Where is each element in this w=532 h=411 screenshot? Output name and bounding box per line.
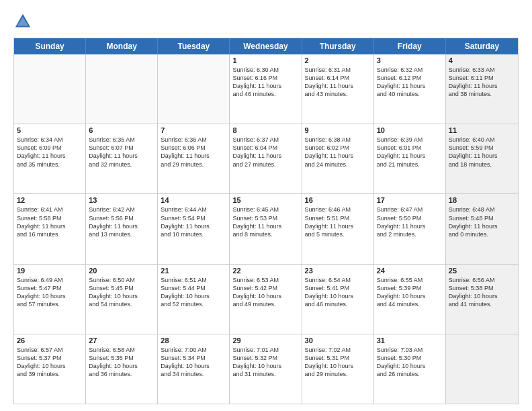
cell-info: Sunrise: 7:01 AMSunset: 5:32 PMDaylight:…	[232, 346, 298, 379]
day-number: 4	[449, 56, 515, 64]
day-number: 26	[17, 336, 83, 345]
header-day-wednesday: Wednesday	[230, 38, 302, 54]
header-day-saturday: Saturday	[446, 38, 518, 54]
day-number: 30	[305, 336, 371, 345]
day-number: 28	[161, 336, 226, 345]
cell-info: Sunrise: 6:33 AMSunset: 6:11 PMDaylight:…	[449, 66, 515, 99]
day-number: 6	[89, 126, 154, 134]
calendar-body: 1Sunrise: 6:30 AMSunset: 6:16 PMDaylight…	[14, 54, 518, 404]
day-number: 12	[17, 196, 83, 204]
calendar-cell: 19Sunrise: 6:49 AMSunset: 5:47 PMDayligh…	[14, 265, 86, 334]
cell-info: Sunrise: 6:48 AMSunset: 5:48 PMDaylight:…	[449, 205, 515, 238]
calendar-cell	[86, 54, 158, 124]
cell-info: Sunrise: 7:00 AMSunset: 5:34 PMDaylight:…	[161, 346, 226, 379]
calendar: SundayMondayTuesdayWednesdayThursdayFrid…	[13, 38, 519, 404]
cell-info: Sunrise: 6:35 AMSunset: 6:07 PMDaylight:…	[89, 136, 154, 169]
cell-info: Sunrise: 6:53 AMSunset: 5:42 PMDaylight:…	[232, 276, 298, 309]
day-number: 7	[161, 126, 226, 134]
day-number: 11	[449, 126, 515, 134]
calendar-cell	[158, 54, 230, 124]
day-number: 8	[232, 126, 298, 134]
day-number: 1	[232, 56, 298, 64]
cell-info: Sunrise: 6:49 AMSunset: 5:47 PMDaylight:…	[17, 276, 83, 309]
cell-info: Sunrise: 6:50 AMSunset: 5:45 PMDaylight:…	[89, 276, 154, 309]
calendar-cell: 11Sunrise: 6:40 AMSunset: 5:59 PMDayligh…	[446, 124, 518, 193]
day-number: 17	[377, 196, 443, 204]
cell-info: Sunrise: 6:38 AMSunset: 6:02 PMDaylight:…	[305, 136, 371, 169]
calendar-cell: 13Sunrise: 6:42 AMSunset: 5:56 PMDayligh…	[86, 194, 158, 263]
cell-info: Sunrise: 6:58 AMSunset: 5:35 PMDaylight:…	[89, 346, 154, 379]
calendar-cell: 25Sunrise: 6:56 AMSunset: 5:38 PMDayligh…	[446, 265, 518, 334]
cell-info: Sunrise: 6:47 AMSunset: 5:50 PMDaylight:…	[377, 205, 443, 238]
cell-info: Sunrise: 6:46 AMSunset: 5:51 PMDaylight:…	[305, 205, 371, 238]
calendar-cell: 24Sunrise: 6:55 AMSunset: 5:39 PMDayligh…	[374, 265, 446, 334]
cell-info: Sunrise: 6:51 AMSunset: 5:44 PMDaylight:…	[161, 276, 226, 309]
cell-info: Sunrise: 6:37 AMSunset: 6:04 PMDaylight:…	[232, 136, 298, 169]
header	[13, 12, 519, 31]
day-number: 21	[161, 267, 226, 275]
calendar-cell: 6Sunrise: 6:35 AMSunset: 6:07 PMDaylight…	[86, 124, 158, 193]
cell-info: Sunrise: 6:31 AMSunset: 6:14 PMDaylight:…	[305, 66, 371, 99]
calendar-row-4: 26Sunrise: 6:57 AMSunset: 5:37 PMDayligh…	[14, 334, 518, 404]
calendar-cell: 22Sunrise: 6:53 AMSunset: 5:42 PMDayligh…	[230, 265, 302, 334]
calendar-cell	[446, 334, 518, 404]
day-number: 14	[161, 196, 226, 204]
calendar-page: SundayMondayTuesdayWednesdayThursdayFrid…	[0, 0, 532, 411]
calendar-cell: 8Sunrise: 6:37 AMSunset: 6:04 PMDaylight…	[230, 124, 302, 193]
cell-info: Sunrise: 6:42 AMSunset: 5:56 PMDaylight:…	[89, 205, 154, 238]
cell-info: Sunrise: 6:30 AMSunset: 6:16 PMDaylight:…	[232, 66, 298, 99]
calendar-header: SundayMondayTuesdayWednesdayThursdayFrid…	[14, 38, 518, 54]
cell-info: Sunrise: 6:36 AMSunset: 6:06 PMDaylight:…	[161, 136, 226, 169]
cell-info: Sunrise: 6:34 AMSunset: 6:09 PMDaylight:…	[17, 136, 83, 169]
cell-info: Sunrise: 6:32 AMSunset: 6:12 PMDaylight:…	[377, 66, 443, 99]
calendar-cell: 23Sunrise: 6:54 AMSunset: 5:41 PMDayligh…	[302, 265, 374, 334]
cell-info: Sunrise: 6:55 AMSunset: 5:39 PMDaylight:…	[377, 276, 443, 309]
calendar-cell: 14Sunrise: 6:44 AMSunset: 5:54 PMDayligh…	[158, 194, 230, 263]
day-number: 13	[89, 196, 154, 204]
calendar-cell: 3Sunrise: 6:32 AMSunset: 6:12 PMDaylight…	[374, 54, 446, 124]
calendar-cell: 26Sunrise: 6:57 AMSunset: 5:37 PMDayligh…	[14, 334, 86, 404]
header-day-friday: Friday	[374, 38, 446, 54]
cell-info: Sunrise: 6:44 AMSunset: 5:54 PMDaylight:…	[161, 205, 226, 238]
calendar-cell: 5Sunrise: 6:34 AMSunset: 6:09 PMDaylight…	[14, 124, 86, 193]
calendar-cell: 2Sunrise: 6:31 AMSunset: 6:14 PMDaylight…	[302, 54, 374, 124]
day-number: 22	[232, 267, 298, 275]
calendar-cell: 21Sunrise: 6:51 AMSunset: 5:44 PMDayligh…	[158, 265, 230, 334]
day-number: 25	[449, 267, 515, 275]
calendar-cell: 17Sunrise: 6:47 AMSunset: 5:50 PMDayligh…	[374, 194, 446, 263]
day-number: 31	[377, 336, 443, 345]
calendar-cell: 30Sunrise: 7:02 AMSunset: 5:31 PMDayligh…	[302, 334, 374, 404]
day-number: 10	[377, 126, 443, 134]
logo	[13, 12, 35, 31]
day-number: 19	[17, 267, 83, 275]
day-number: 16	[305, 196, 371, 204]
cell-info: Sunrise: 6:45 AMSunset: 5:53 PMDaylight:…	[232, 205, 298, 238]
calendar-cell: 16Sunrise: 6:46 AMSunset: 5:51 PMDayligh…	[302, 194, 374, 263]
cell-info: Sunrise: 6:39 AMSunset: 6:01 PMDaylight:…	[377, 136, 443, 169]
day-number: 24	[377, 267, 443, 275]
calendar-cell: 1Sunrise: 6:30 AMSunset: 6:16 PMDaylight…	[230, 54, 302, 124]
cell-info: Sunrise: 6:57 AMSunset: 5:37 PMDaylight:…	[17, 346, 83, 379]
header-day-thursday: Thursday	[302, 38, 374, 54]
day-number: 29	[232, 336, 298, 345]
calendar-cell: 18Sunrise: 6:48 AMSunset: 5:48 PMDayligh…	[446, 194, 518, 263]
header-day-tuesday: Tuesday	[158, 38, 230, 54]
cell-info: Sunrise: 6:40 AMSunset: 5:59 PMDaylight:…	[449, 136, 515, 169]
day-number: 23	[305, 267, 371, 275]
calendar-row-3: 19Sunrise: 6:49 AMSunset: 5:47 PMDayligh…	[14, 264, 518, 334]
cell-info: Sunrise: 6:56 AMSunset: 5:38 PMDaylight:…	[449, 276, 515, 309]
calendar-cell: 20Sunrise: 6:50 AMSunset: 5:45 PMDayligh…	[86, 265, 158, 334]
calendar-cell: 28Sunrise: 7:00 AMSunset: 5:34 PMDayligh…	[158, 334, 230, 404]
cell-info: Sunrise: 6:54 AMSunset: 5:41 PMDaylight:…	[305, 276, 371, 309]
cell-info: Sunrise: 7:03 AMSunset: 5:30 PMDaylight:…	[377, 346, 443, 379]
cell-info: Sunrise: 6:41 AMSunset: 5:58 PMDaylight:…	[17, 205, 83, 238]
calendar-cell	[14, 54, 86, 124]
calendar-cell: 7Sunrise: 6:36 AMSunset: 6:06 PMDaylight…	[158, 124, 230, 193]
cell-info: Sunrise: 7:02 AMSunset: 5:31 PMDaylight:…	[305, 346, 371, 379]
calendar-cell: 15Sunrise: 6:45 AMSunset: 5:53 PMDayligh…	[230, 194, 302, 263]
calendar-cell: 10Sunrise: 6:39 AMSunset: 6:01 PMDayligh…	[374, 124, 446, 193]
calendar-cell: 12Sunrise: 6:41 AMSunset: 5:58 PMDayligh…	[14, 194, 86, 263]
calendar-cell: 4Sunrise: 6:33 AMSunset: 6:11 PMDaylight…	[446, 54, 518, 124]
day-number: 15	[232, 196, 298, 204]
day-number: 5	[17, 126, 83, 134]
